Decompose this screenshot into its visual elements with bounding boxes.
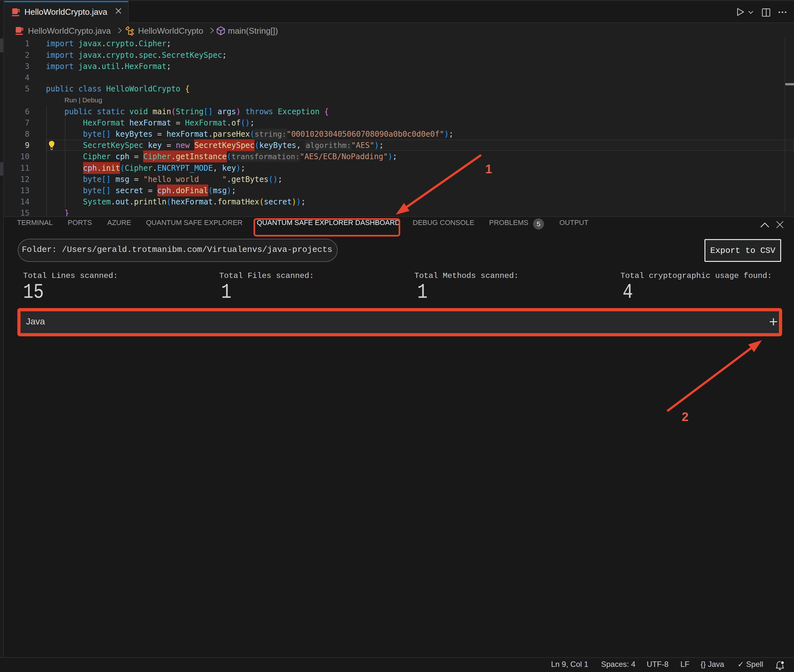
- stat-value: 1: [221, 281, 299, 304]
- line-number: 6: [4, 106, 29, 117]
- lightbulb-icon[interactable]: [48, 141, 55, 150]
- stat-total-methods-scanned-: Total Methods scanned:1: [414, 272, 519, 304]
- stat-total-cryptographic-usage-found-: Total cryptographic usage found:4: [620, 272, 772, 304]
- more-actions-button[interactable]: [778, 10, 789, 15]
- left-strip-block: [0, 38, 3, 52]
- codelens-run-debug[interactable]: Run | Debug: [64, 94, 102, 106]
- status-item-utf-8[interactable]: UTF-8: [647, 660, 669, 669]
- line-number: 13: [4, 185, 29, 197]
- code-line-12: byte[] msg = "hello world ".getBytes();: [46, 174, 282, 185]
- breadcrumb-item-class[interactable]: HelloWorldCrypto: [138, 26, 203, 36]
- panel-tab-azure[interactable]: AZURE: [107, 218, 131, 227]
- expand-plus-icon[interactable]: +: [768, 315, 778, 328]
- status-item-lf[interactable]: LF: [680, 660, 689, 669]
- symbol-method-icon: [216, 26, 226, 36]
- stat-label: Total Methods scanned:: [414, 272, 519, 280]
- tab-helloworldcrypto[interactable]: HelloWorldCrypto.java: [4, 1, 129, 23]
- line-number: 2: [4, 50, 29, 61]
- panel-close-icon[interactable]: [775, 219, 785, 230]
- code-line-10: Cipher cph = Cipher.getInstance(transfor…: [46, 151, 397, 162]
- status-bar: Ln 9, Col 1Spaces: 4UTF-8LF{} Java✓ Spel…: [0, 657, 794, 672]
- line-number: 5: [4, 83, 29, 95]
- left-edge-strip: [0, 0, 3, 657]
- status-item-java[interactable]: {} Java: [701, 660, 724, 669]
- line-number: 1: [4, 38, 29, 50]
- stat-value: 4: [623, 281, 748, 304]
- stat-total-files-scanned-: Total Files scanned:1: [219, 272, 314, 304]
- bell-dot-icon[interactable]: [775, 659, 785, 671]
- panel-maximize-chevron-icon[interactable]: [760, 220, 770, 230]
- stat-value: 15: [23, 281, 103, 304]
- split-editor-button[interactable]: [762, 8, 771, 17]
- code-line-15: }: [46, 207, 69, 216]
- panel-tab-ports[interactable]: PORTS: [68, 218, 92, 227]
- tab-close-icon[interactable]: [115, 7, 122, 15]
- code-editor[interactable]: 123456789101112131415 import javax.crypt…: [4, 37, 794, 216]
- chevron-right-icon: [208, 26, 216, 35]
- language-section-label: Java: [26, 317, 45, 327]
- export-to-csv-button[interactable]: Export to CSV: [704, 239, 781, 262]
- status-item-ln-9-col-1[interactable]: Ln 9, Col 1: [551, 660, 588, 669]
- code-line-5: public class HelloWorldCrypto {: [46, 83, 190, 95]
- tab-label: HelloWorldCrypto.java: [24, 7, 107, 17]
- line-number: 9: [4, 139, 29, 151]
- line-number: 14: [4, 196, 29, 208]
- status-item-spaces-4[interactable]: Spaces: 4: [601, 660, 636, 669]
- panel-tab-output[interactable]: OUTPUT: [559, 218, 588, 227]
- run-button[interactable]: [735, 7, 746, 18]
- left-strip-block: [0, 162, 3, 176]
- stat-value: 1: [417, 281, 502, 304]
- editor-tab-bar: HelloWorldCrypto.java: [4, 0, 794, 23]
- line-number: 11: [4, 162, 29, 174]
- code-line-6: public static void main(String[] args) t…: [46, 106, 329, 117]
- folder-path-text: Folder: /Users/gerald.trotmanibm.com/Vir…: [22, 245, 332, 254]
- stat-label: Total cryptographic usage found:: [620, 272, 772, 280]
- status-item-spell[interactable]: ✓ Spell: [738, 660, 763, 669]
- code-line-7: HexFormat hexFormat = HexFormat.of();: [46, 117, 255, 129]
- code-line-2: import javax.crypto.spec.SecretKeySpec;: [46, 50, 227, 61]
- line-number: 3: [4, 61, 29, 72]
- window-top-border: [0, 0, 794, 1]
- language-section-java[interactable]: Java +: [21, 311, 782, 333]
- bottom-panel: TERMINALPORTSAZUREQUANTUM SAFE EXPLORERQ…: [4, 216, 794, 657]
- java-file-icon: [15, 27, 24, 35]
- panel-tab-quantum-safe-explorer[interactable]: QUANTUM SAFE EXPLORER: [146, 218, 243, 227]
- line-number: 4: [4, 72, 29, 83]
- problems-count-badge: 5: [533, 219, 544, 229]
- code-line-11: cph.init(Cipher.ENCRYPT_MODE, key);: [46, 162, 245, 174]
- code-line-8: byte[] keyBytes = hexFormat.parseHex(str…: [46, 128, 453, 140]
- run-dropdown-chevron-icon[interactable]: [748, 10, 755, 16]
- stat-total-lines-scanned-: Total Lines scanned:15: [23, 272, 118, 304]
- breadcrumb: HelloWorldCrypto.java HelloWorldCrypto m…: [4, 24, 794, 37]
- line-number: 8: [4, 128, 29, 140]
- symbol-class-icon: [125, 26, 134, 36]
- folder-path-pill: Folder: /Users/gerald.trotmanibm.com/Vir…: [18, 239, 338, 262]
- breadcrumb-item-file[interactable]: HelloWorldCrypto.java: [28, 26, 111, 36]
- code-line-1: import javax.crypto.Cipher;: [46, 38, 171, 50]
- code-line-14: System.out.println(hexFormat.formatHex(s…: [46, 196, 306, 208]
- panel-tab-terminal[interactable]: TERMINAL: [17, 218, 53, 227]
- line-number: 15: [4, 207, 29, 216]
- line-number: 12: [4, 174, 29, 185]
- stat-label: Total Files scanned:: [219, 272, 314, 280]
- java-file-icon: [12, 8, 20, 16]
- line-number: 7: [4, 117, 29, 129]
- overview-ruler-border: [785, 37, 785, 213]
- left-strip-border: [3, 0, 4, 657]
- code-line-3: import java.util.HexFormat;: [46, 61, 171, 72]
- stat-label: Total Lines scanned:: [23, 272, 118, 280]
- line-number: 10: [4, 151, 29, 162]
- code-line-13: byte[] secret = cph.doFinal(msg);: [46, 185, 236, 197]
- panel-tab-quantum-safe-explorer-dashboard[interactable]: QUANTUM SAFE EXPLORER DASHBOARD: [257, 218, 400, 227]
- panel-tab-debug-console[interactable]: DEBUG CONSOLE: [413, 218, 474, 227]
- panel-tab-problems[interactable]: PROBLEMS: [489, 218, 528, 227]
- breadcrumb-item-method[interactable]: main(String[]): [228, 26, 278, 36]
- code-line-9: SecretKeySpec key = new SecretKeySpec(ke…: [46, 139, 384, 151]
- overview-ruler-cursor-marker: [785, 83, 794, 85]
- chevron-right-icon: [115, 26, 124, 35]
